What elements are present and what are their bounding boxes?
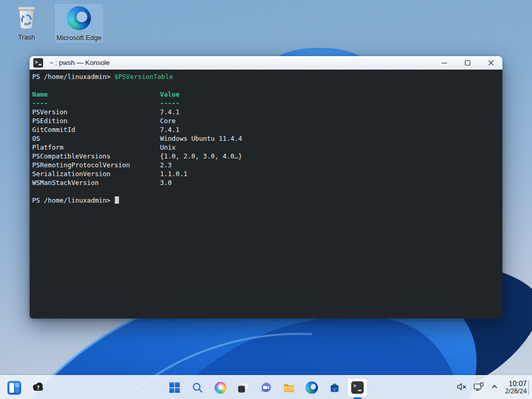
desktop-icon-label: Microsoft Edge <box>55 34 103 42</box>
desktop-icon-edge[interactable]: Microsoft Edge <box>54 3 104 44</box>
terminal-taskbar-button[interactable]: > <box>348 378 367 397</box>
window-title: ~ : pwsh — Konsole <box>49 59 110 66</box>
edge-taskbar-button[interactable] <box>302 378 322 397</box>
table-row: OSWindows Ubuntu 11.4.4 <box>32 134 502 143</box>
terminal-command-line: PS /home/linuxadmin> $PSVersionTable <box>32 72 502 81</box>
close-button[interactable] <box>479 56 502 70</box>
store-button[interactable] <box>325 378 344 397</box>
taskbar-clock[interactable]: 10:07 2/26/24 <box>505 380 527 395</box>
weather-widget-icon[interactable]: ? <box>31 380 45 395</box>
konsole-window-icon: > <box>33 58 43 68</box>
table-row: PSEditionCore <box>32 116 502 125</box>
search-button[interactable] <box>188 378 207 397</box>
taskbar: ? <box>0 375 532 399</box>
konsole-window: > ~ : pwsh — Konsole PS /home/linuxadmin… <box>30 56 502 318</box>
network-icon[interactable] <box>473 382 484 393</box>
task-view-button[interactable] <box>233 378 253 397</box>
table-underline-row: --------- <box>32 99 502 108</box>
desktop: Trash Microsoft Edge > ~ : pwsh — Konsol… <box>0 0 532 399</box>
start-button[interactable] <box>165 378 184 397</box>
desktop-icon-trash[interactable]: Trash <box>2 4 51 41</box>
file-explorer-button[interactable] <box>279 378 299 397</box>
chat-button[interactable] <box>256 378 276 397</box>
table-row: GitCommitId7.4.1 <box>32 125 502 134</box>
widgets-button[interactable] <box>7 381 21 395</box>
clock-date: 2/26/24 <box>505 388 527 395</box>
command-text: $PSVersionTable <box>114 73 173 81</box>
clock-time: 10:07 <box>505 380 527 388</box>
trash-icon <box>2 4 51 31</box>
table-header-row: NameValue <box>32 90 502 99</box>
svg-text:?: ? <box>37 385 40 391</box>
edge-icon <box>55 5 103 32</box>
table-row: PSCompatibleVersions{1.0, 2.0, 3.0, 4.0…… <box>32 152 502 161</box>
table-row: SerializationVersion1.1.0.1 <box>32 169 502 178</box>
copilot-button[interactable] <box>210 378 230 397</box>
volume-muted-icon[interactable] <box>457 382 467 393</box>
table-row: PSVersion7.4.1 <box>32 108 502 116</box>
terminal-cursor <box>115 196 119 204</box>
minimize-button[interactable] <box>432 56 456 70</box>
show-desktop-button[interactable] <box>528 380 529 395</box>
terminal-icon: > <box>351 381 364 394</box>
table-row: WSManStackVersion3.0 <box>32 178 502 187</box>
maximize-button[interactable] <box>456 56 479 70</box>
copilot-icon <box>215 382 227 394</box>
window-titlebar[interactable]: > ~ : pwsh — Konsole <box>30 56 502 70</box>
terminal-screen[interactable]: PS /home/linuxadmin> $PSVersionTable Nam… <box>30 70 502 318</box>
table-row: PlatformUnix <box>32 143 502 152</box>
edge-icon <box>305 381 318 394</box>
terminal-prompt-line: PS /home/linuxadmin> <box>32 196 502 205</box>
table-row: PSRemotingProtocolVersion2.3 <box>32 161 502 169</box>
desktop-icon-label: Trash <box>2 33 51 41</box>
tray-chevron-up-icon[interactable] <box>490 383 499 392</box>
